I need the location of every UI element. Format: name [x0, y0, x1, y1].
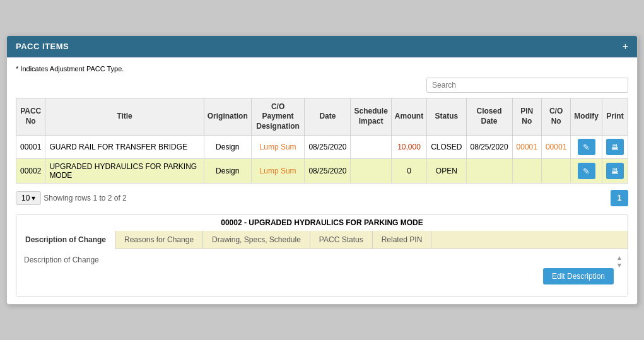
- table-header-row: PACCNo Title Origination C/O PaymentDesi…: [16, 98, 628, 136]
- detail-section: 00002 - UPGRADED HYDRAULICS FOR PARKING …: [16, 214, 628, 296]
- panel-body: * Indicates Adjustment PACC Type. PACCNo…: [7, 57, 637, 305]
- table-row: 00001GUARD RAIL FOR TRANSFER BRIDGEDesig…: [16, 136, 628, 159]
- tab-pacc-status[interactable]: PACC Status: [310, 231, 373, 249]
- col-co-payment: C/O PaymentDesignation: [251, 98, 305, 136]
- detail-title: 00002 - UPGRADED HYDRAULICS FOR PARKING …: [16, 214, 628, 231]
- scroll-controls: ▲ ▼: [616, 254, 623, 269]
- scroll-down-icon[interactable]: ▼: [616, 262, 623, 269]
- pacc-table: PACCNo Title Origination C/O PaymentDesi…: [16, 98, 628, 184]
- tab-drawing-specs-schedule[interactable]: Drawing, Specs, Schedule: [203, 231, 310, 249]
- edit-description-button[interactable]: Edit Description: [543, 268, 614, 284]
- col-schedule-impact: ScheduleImpact: [351, 98, 391, 136]
- col-status: Status: [427, 98, 466, 136]
- search-input[interactable]: [426, 78, 628, 93]
- modify-button[interactable]: ✎: [578, 139, 595, 155]
- tab-content-label: Description of Change: [24, 255, 99, 264]
- rows-selector: 10 ▾ Showing rows 1 to 2 of 2: [16, 191, 127, 205]
- table-row: 00002UPGRADED HYDRAULICS FOR PARKING MOD…: [16, 159, 628, 184]
- col-pin-no: PINNo: [512, 98, 541, 136]
- page-1-button[interactable]: 1: [611, 190, 628, 206]
- search-row: [16, 78, 628, 93]
- tabs-bar: Description of ChangeReasons for ChangeD…: [16, 231, 628, 249]
- rows-per-page-button[interactable]: 10 ▾: [16, 191, 41, 205]
- panel-title: PACC ITEMS: [16, 42, 69, 51]
- panel-header: PACC ITEMS +: [7, 36, 637, 57]
- main-container: PACC ITEMS + * Indicates Adjustment PACC…: [6, 35, 638, 305]
- col-amount: Amount: [391, 98, 426, 136]
- tab-related-pin[interactable]: Related PIN: [373, 231, 432, 249]
- showing-label: Showing rows 1 to 2 of 2: [44, 194, 126, 202]
- col-closed-date: ClosedDate: [466, 98, 512, 136]
- tab-reasons-for-change[interactable]: Reasons for Change: [115, 231, 203, 249]
- tab-content-area: Description of Change ▲ ▼ Edit Descripti…: [16, 249, 628, 296]
- pagination-row: 10 ▾ Showing rows 1 to 2 of 2 1: [16, 190, 628, 206]
- col-date: Date: [305, 98, 351, 136]
- rows-per-page-value: 10: [21, 194, 30, 202]
- col-origination: Origination: [204, 98, 251, 136]
- col-pacc-no: PACCNo: [16, 98, 45, 136]
- print-button[interactable]: 🖶: [606, 139, 624, 155]
- dropdown-arrow-icon: ▾: [32, 194, 35, 202]
- print-button[interactable]: 🖶: [606, 163, 624, 179]
- col-print: Print: [602, 98, 628, 136]
- modify-button[interactable]: ✎: [578, 163, 595, 179]
- col-co-no: C/ONo: [541, 98, 570, 136]
- adjustment-note: * Indicates Adjustment PACC Type.: [16, 65, 628, 73]
- col-title: Title: [45, 98, 204, 136]
- col-modify: Modify: [571, 98, 602, 136]
- scroll-up-icon[interactable]: ▲: [616, 254, 623, 262]
- tab-description-of-change[interactable]: Description of Change: [16, 231, 115, 249]
- add-icon[interactable]: +: [623, 41, 628, 52]
